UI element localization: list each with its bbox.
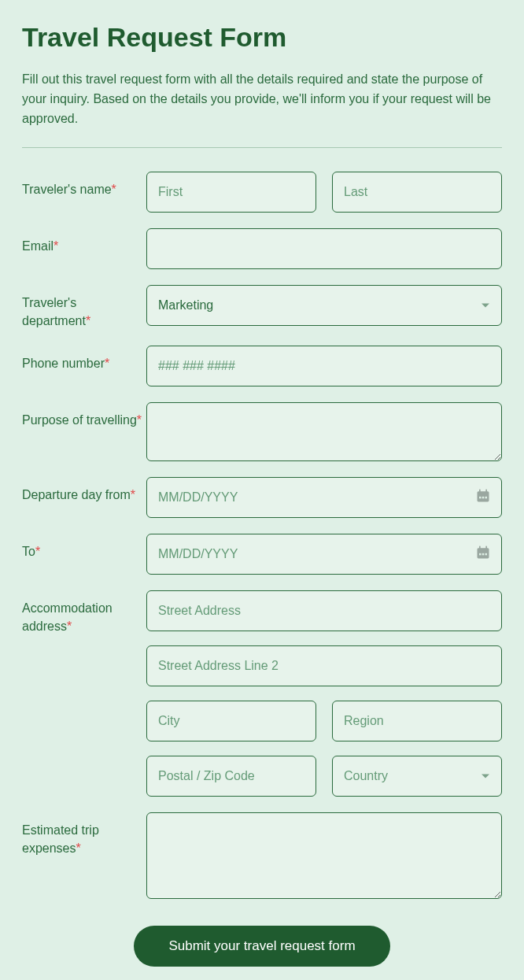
label-department: Traveler's department* — [22, 285, 146, 330]
divider — [22, 147, 502, 148]
label-name: Traveler's name* — [22, 172, 146, 198]
label-accom: Accommodation address* — [22, 590, 146, 635]
country-placeholder: Country — [344, 769, 388, 783]
purpose-textarea[interactable] — [146, 402, 502, 461]
region-input[interactable] — [332, 701, 502, 741]
postal-input[interactable] — [146, 756, 316, 797]
label-to: To* — [22, 534, 146, 560]
street1-input[interactable] — [146, 590, 502, 631]
label-phone: Phone number* — [22, 346, 146, 372]
last-name-input[interactable] — [332, 172, 502, 213]
label-expenses: Estimated trip expenses* — [22, 812, 146, 857]
city-input[interactable] — [146, 701, 316, 741]
intro-text: Fill out this travel request form with a… — [22, 70, 502, 128]
country-select[interactable]: Country — [332, 756, 502, 797]
label-email: Email* — [22, 228, 146, 255]
first-name-input[interactable] — [146, 172, 316, 213]
phone-input[interactable] — [146, 346, 502, 386]
departure-from-input[interactable] — [146, 477, 502, 518]
department-value: Marketing — [158, 298, 213, 312]
department-select[interactable]: Marketing — [146, 285, 502, 326]
departure-to-input[interactable] — [146, 534, 502, 575]
submit-button[interactable]: Submit your travel request form — [134, 926, 389, 967]
label-purpose: Purpose of travelling* — [22, 402, 146, 429]
expenses-textarea[interactable] — [146, 812, 502, 899]
label-dep-from: Departure day from* — [22, 477, 146, 504]
email-input[interactable] — [146, 228, 502, 269]
street2-input[interactable] — [146, 645, 502, 686]
page-title: Travel Request Form — [22, 22, 502, 53]
